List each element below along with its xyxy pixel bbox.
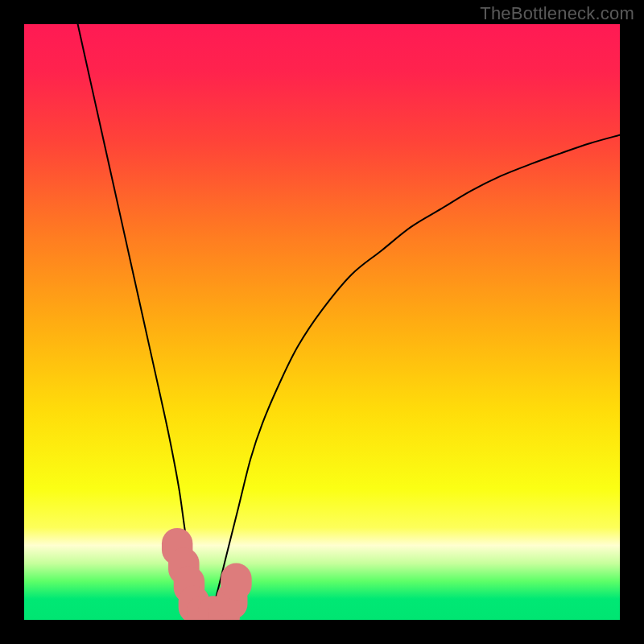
chart-svg [24,24,620,620]
gradient-background [24,24,620,620]
marker-dot [221,564,251,601]
plot-area [24,24,620,620]
chart-frame: TheBottleneck.com [0,0,644,644]
watermark-text: TheBottleneck.com [480,3,634,24]
